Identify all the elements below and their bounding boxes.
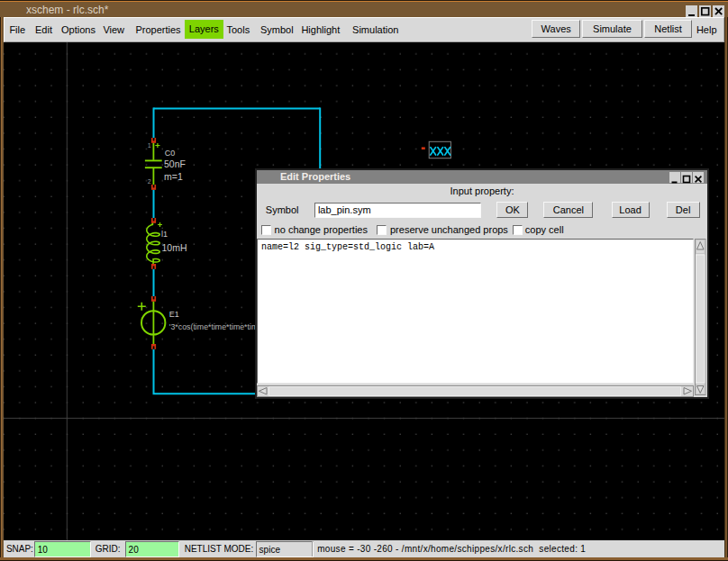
svg-text:50nF: 50nF <box>164 158 186 169</box>
svg-text:10mH: 10mH <box>162 242 187 253</box>
svg-text:2: 2 <box>148 178 151 185</box>
svg-text:E1: E1 <box>169 310 179 319</box>
svg-text:l1: l1 <box>161 230 168 239</box>
svg-text:'3*cos(time*time*time*tim: '3*cos(time*time*time*tim <box>169 322 258 331</box>
svg-text:m=1: m=1 <box>164 171 183 182</box>
svg-text:1: 1 <box>148 142 151 149</box>
svg-text:C0: C0 <box>165 149 176 158</box>
